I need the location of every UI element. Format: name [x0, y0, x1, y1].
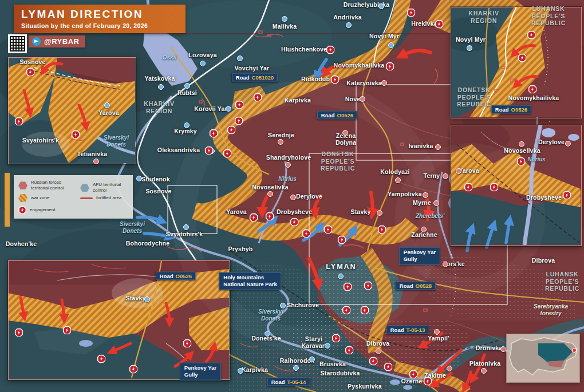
town-label-novoselivka: Novoselivka: [252, 184, 288, 191]
town-dot: [184, 83, 190, 89]
town-label-hrekivka: Hrekivka: [411, 20, 437, 27]
town-dot: [237, 56, 243, 61]
town-label-yarova: Yarova: [98, 109, 119, 116]
town-label-drobysheve: Drobysheve: [277, 208, 312, 215]
town-dot: [360, 96, 365, 102]
town-label-yampolivka: Yampolivka: [388, 191, 422, 197]
engagement-icon: [378, 225, 386, 234]
town-label-dibrova: Dibrova: [532, 257, 555, 264]
town-label-dibrova: Dibrova: [366, 340, 390, 347]
engagement-icon: [528, 85, 537, 94]
river-label-oskil: Oskil: [163, 54, 176, 61]
town-label-serednje: Serednje: [268, 132, 294, 138]
town-label-korovii-yar: Korovii Yar: [194, 105, 227, 112]
town-label-ozerne: Ozerne: [401, 378, 423, 385]
town-dot: [325, 343, 330, 349]
town-label-kolodyazi: Kolodyazi: [380, 168, 409, 175]
engagement-icon: [384, 363, 393, 371]
road-label-o0526: RoadO0526: [317, 111, 357, 120]
road-label-c051020: RoadC051020: [232, 73, 278, 82]
telegram-handle-bar[interactable]: @RYBAR: [29, 35, 85, 47]
engagement-icon: [72, 130, 80, 139]
town-label-vovchyi-yar: Vovchyi Yar: [235, 65, 270, 72]
town-label-pryshyb: Pryshyb: [228, 246, 253, 252]
road-word: Road: [495, 106, 509, 113]
ukraine-minimap: [507, 334, 579, 382]
road-label-o0526: RoadO0526: [156, 272, 196, 280]
town-label-krymky: Krymky: [174, 128, 197, 134]
legend-item-fortified: fortified area: [80, 195, 121, 201]
engagement-icon: [424, 377, 432, 386]
road-label-o0526: RoadO0526: [491, 105, 531, 114]
legend-label-fortified: fortified area: [96, 195, 121, 201]
engagement-icon: [407, 9, 416, 17]
legend-label-russian: Russian forces territorial control: [31, 180, 64, 192]
engagement-icon: [63, 326, 72, 335]
town-label-derylove: Derylove: [296, 193, 322, 200]
town-label-brusivka: Brusivka: [319, 361, 346, 367]
town-dot: [421, 227, 427, 232]
engagement-icon: [409, 370, 418, 379]
town-dot: [136, 176, 142, 181]
engagement-icon: [15, 117, 23, 126]
town-dot: [309, 357, 315, 362]
engagement-icon: [490, 183, 499, 192]
engagement-icon: [331, 76, 340, 84]
town-label-terny: Terny: [424, 172, 440, 179]
region-label-luhansk: LUHANSK PEOPLE'S REPUBLIC: [531, 5, 566, 27]
river-label-nitrius: Nitrius: [527, 156, 546, 163]
telegram-icon: [32, 37, 41, 46]
engagement-icon: [364, 282, 373, 290]
engagement-icon: [517, 157, 526, 166]
road-number: T-05-14: [287, 379, 306, 385]
river-label-nitrius: Nitrius: [278, 176, 297, 183]
river-label-siverskyi: Siverskyi Donets: [258, 308, 283, 322]
town-dot: [377, 210, 382, 216]
town-label-shandryholove: Shandryholove: [266, 154, 311, 161]
road-word: Road: [400, 283, 413, 289]
engagement-icon: [227, 126, 236, 134]
road-label-o0528: RoadO0528: [396, 282, 436, 290]
region-label-donetsk: DONETSK PEOPLE'S REPUBLIC: [457, 86, 491, 108]
town-label-studenok: Studenok: [141, 176, 169, 183]
town-label-karpivka: Karpivka: [285, 97, 311, 104]
ukraine-minimap-art: [507, 334, 579, 382]
legend-item-russian: Russian forces territorial control: [18, 180, 64, 192]
town-dot: [447, 366, 452, 371]
town-dot: [423, 192, 428, 198]
town-label-rubtsi: Rubtsi: [177, 89, 197, 96]
engagement-icon: [332, 334, 341, 343]
legend-label-warzone: war zone: [31, 195, 49, 201]
town-label-myrne: Myrne: [413, 199, 431, 206]
engagement-icon: [342, 306, 351, 315]
town-label-ridkodub: Ridkodub: [301, 76, 330, 82]
engagement-icon: [266, 212, 274, 221]
river-label-zherebets: Zherebets': [416, 213, 444, 220]
town-dot: [395, 177, 401, 183]
legend-label-engagement: engagement: [30, 207, 55, 213]
engagement-icon: [464, 183, 473, 192]
town-label-shchurove: Shchurove: [287, 302, 319, 308]
telegram-handle[interactable]: @RYBAR: [44, 37, 79, 46]
road-number: O0528: [416, 283, 432, 289]
town-label-novomykhailivka: Novomykhailivka: [508, 94, 559, 101]
town-dot: [443, 262, 448, 267]
town-label-yatskovka: Yatskovka: [144, 75, 175, 82]
engagement-icon: [235, 117, 243, 125]
town-label-dronivka: Dronivka: [476, 345, 503, 351]
town-label-platonivka: Platonivka: [469, 360, 501, 367]
engagement-icon: [18, 206, 26, 214]
river-label-siverskyi: Siverskyi Donets: [120, 221, 145, 235]
engagement-icon: [223, 149, 232, 158]
town-dot: [293, 365, 299, 371]
town-label-yarova: Yarova: [226, 208, 247, 215]
war-zone-icon: [18, 194, 27, 202]
town-dot: [158, 84, 164, 90]
area-label-penkovy-yar: Penkovy Yar Gully: [180, 363, 221, 381]
town-dot: [282, 16, 287, 22]
road-number: T-05-13: [407, 327, 425, 333]
lyman-direction-map: DruzhelyubivkaAndriivkaMaliivkaNovyi Myr…: [0, 0, 584, 392]
town-label-yampil: Yampil': [428, 335, 449, 342]
town-dot: [200, 61, 206, 66]
town-label-dovhen-ke: Dovhen'ke: [6, 240, 37, 247]
